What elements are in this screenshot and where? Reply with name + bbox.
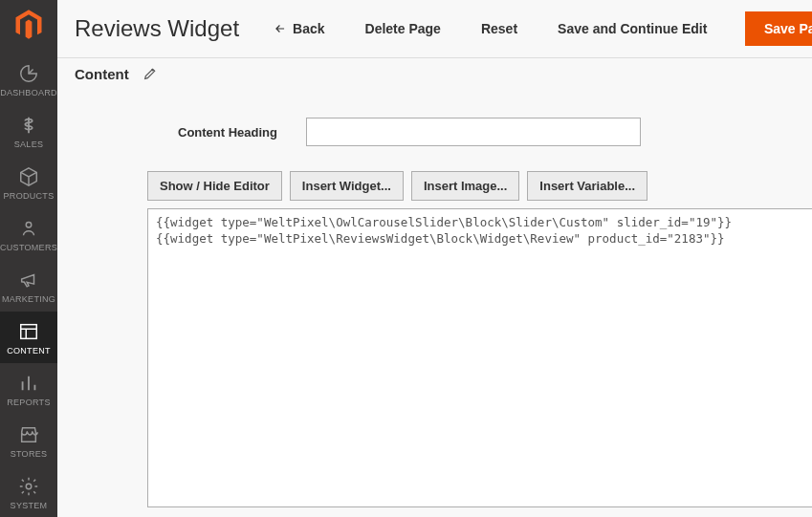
magento-logo bbox=[11, 8, 46, 42]
sidebar-item-label: SALES bbox=[14, 140, 44, 149]
arrow-left-icon bbox=[274, 22, 287, 35]
sidebar-item-customers[interactable]: CUSTOMERS bbox=[0, 208, 57, 260]
sidebar-item-label: STORES bbox=[11, 449, 48, 459]
insert-widget-button[interactable]: Insert Widget... bbox=[290, 171, 404, 201]
save-page-button[interactable]: Save Page bbox=[745, 11, 812, 46]
back-button[interactable]: Back bbox=[262, 13, 336, 44]
sidebar-item-sales[interactable]: SALES bbox=[0, 105, 57, 157]
section-title: Content bbox=[75, 66, 129, 82]
sidebar-item-content[interactable]: CONTENT bbox=[0, 312, 57, 363]
person-icon bbox=[18, 218, 39, 239]
save-continue-button[interactable]: Save and Continue Edit bbox=[546, 13, 718, 44]
svg-point-2 bbox=[26, 484, 32, 489]
gear-icon bbox=[18, 476, 39, 497]
gauge-icon bbox=[18, 63, 39, 84]
delete-page-button[interactable]: Delete Page bbox=[354, 13, 452, 44]
sidebar-item-products[interactable]: PRODUCTS bbox=[0, 157, 57, 208]
show-hide-editor-button[interactable]: Show / Hide Editor bbox=[147, 171, 282, 201]
sidebar-item-reports[interactable]: REPORTS bbox=[0, 363, 57, 415]
insert-image-button[interactable]: Insert Image... bbox=[411, 171, 519, 201]
insert-variable-button[interactable]: Insert Variable... bbox=[527, 171, 647, 201]
sidebar-item-stores[interactable]: STORES bbox=[0, 415, 57, 466]
sidebar-item-label: SYSTEM bbox=[11, 501, 48, 510]
sidebar-item-system[interactable]: SYSTEM bbox=[0, 466, 57, 517]
svg-rect-1 bbox=[21, 325, 37, 339]
content-heading-input[interactable] bbox=[306, 118, 641, 146]
storefront-icon bbox=[18, 424, 39, 445]
page-header: Reviews Widget Back Delete Page Reset Sa… bbox=[57, 0, 812, 58]
layout-icon bbox=[18, 321, 39, 342]
sidebar-item-label: DASHBOARD bbox=[0, 88, 57, 97]
reset-button[interactable]: Reset bbox=[470, 13, 529, 44]
barchart-icon bbox=[18, 373, 39, 394]
content-heading-label: Content Heading bbox=[172, 125, 306, 140]
sidebar-item-label: CONTENT bbox=[7, 346, 51, 355]
content-editor[interactable] bbox=[147, 208, 812, 507]
page-title: Reviews Widget bbox=[75, 15, 239, 42]
edit-icon[interactable] bbox=[143, 66, 158, 81]
sidebar-item-marketing[interactable]: MARKETING bbox=[0, 260, 57, 312]
dollar-icon bbox=[18, 115, 39, 136]
box-icon bbox=[18, 166, 39, 187]
sidebar-item-dashboard[interactable]: DASHBOARD bbox=[0, 54, 57, 105]
megaphone-icon bbox=[18, 269, 39, 291]
sidebar-item-label: PRODUCTS bbox=[4, 191, 55, 201]
sidebar-item-label: REPORTS bbox=[7, 398, 50, 407]
svg-point-0 bbox=[26, 223, 32, 228]
sidebar-item-label: CUSTOMERS bbox=[0, 243, 57, 252]
sidebar-item-label: MARKETING bbox=[2, 294, 55, 304]
